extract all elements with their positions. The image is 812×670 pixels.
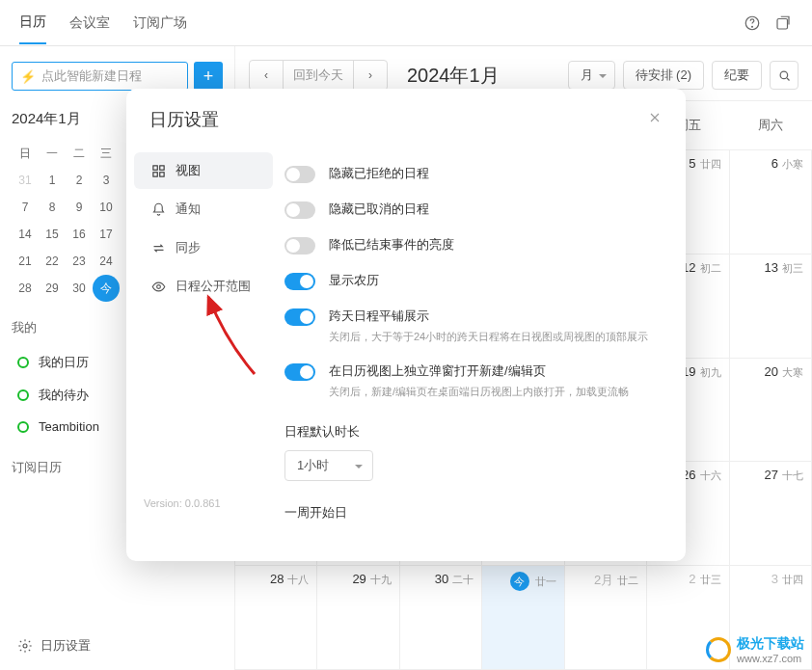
bell-icon <box>151 202 166 217</box>
label-tile-multi: 跨天日程平铺展示 <box>329 308 666 325</box>
label-week-start: 一周开始日 <box>284 504 666 522</box>
eye-icon <box>151 280 166 294</box>
svg-rect-2 <box>777 18 788 29</box>
toggle-dim-ended[interactable] <box>284 237 315 255</box>
svg-point-1 <box>752 26 753 27</box>
settings-tab-view[interactable]: 视图 <box>134 152 273 189</box>
toggle-tile-multi[interactable] <box>284 308 315 326</box>
close-button[interactable] <box>647 110 663 129</box>
settings-tab-notify[interactable]: 通知 <box>134 191 273 228</box>
version-text: Version: 0.0.861 <box>126 497 281 509</box>
tab-subscribe[interactable]: 订阅广场 <box>133 3 187 43</box>
desc-tile-multi: 关闭后，大于等于24小时的跨天日程将在日视图或周视图的顶部展示 <box>329 329 666 345</box>
watermark-logo-icon <box>706 637 731 662</box>
label-popup-edit: 在日历视图上独立弹窗打开新建/编辑页 <box>329 362 666 380</box>
new-window-icon[interactable] <box>773 13 793 33</box>
label-show-lunar: 显示农历 <box>329 272 666 289</box>
svg-rect-8 <box>160 172 164 175</box>
settings-modal: 日历设置 视图 通知 同步 <box>126 89 686 561</box>
label-hide-cancelled: 隐藏已取消的日程 <box>329 201 666 218</box>
label-hide-rejected: 隐藏已拒绝的日程 <box>329 165 666 182</box>
default-duration-select[interactable]: 1小时 <box>284 450 373 481</box>
modal-sidebar: 视图 通知 同步 日程公开范围 Version: 0.0.861 <box>126 147 281 561</box>
svg-point-9 <box>157 284 161 288</box>
modal-overlay: 日历设置 视图 通知 同步 <box>0 46 812 670</box>
toggle-hide-rejected[interactable] <box>284 166 315 183</box>
modal-title: 日历设置 <box>149 108 219 131</box>
watermark: 极光下载站 www.xz7.com <box>706 635 804 664</box>
label-default-duration: 日程默认时长 <box>284 423 666 441</box>
close-icon <box>647 110 663 125</box>
sync-icon <box>151 241 166 255</box>
toggle-show-lunar[interactable] <box>284 273 315 290</box>
toggle-popup-edit[interactable] <box>284 363 315 381</box>
help-icon[interactable] <box>743 13 762 33</box>
settings-tab-scope[interactable]: 日程公开范围 <box>134 268 273 305</box>
tab-meeting-room[interactable]: 会议室 <box>69 3 110 43</box>
svg-rect-7 <box>153 172 157 175</box>
grid-icon <box>151 164 166 178</box>
svg-rect-5 <box>153 165 157 169</box>
desc-popup-edit: 关闭后，新建/编辑页在桌面端日历视图上内嵌打开，加载更流畅 <box>329 384 666 400</box>
header-tabs: 日历 会议室 订阅广场 <box>0 0 812 46</box>
toggle-hide-cancelled[interactable] <box>284 201 315 219</box>
svg-rect-6 <box>160 165 164 169</box>
modal-content: 隐藏已拒绝的日程 隐藏已取消的日程 降低已结束事件的亮度 显示农历 <box>281 147 686 561</box>
label-dim-ended: 降低已结束事件的亮度 <box>329 236 666 254</box>
tab-calendar[interactable]: 日历 <box>19 2 46 44</box>
settings-tab-sync[interactable]: 同步 <box>134 229 273 266</box>
